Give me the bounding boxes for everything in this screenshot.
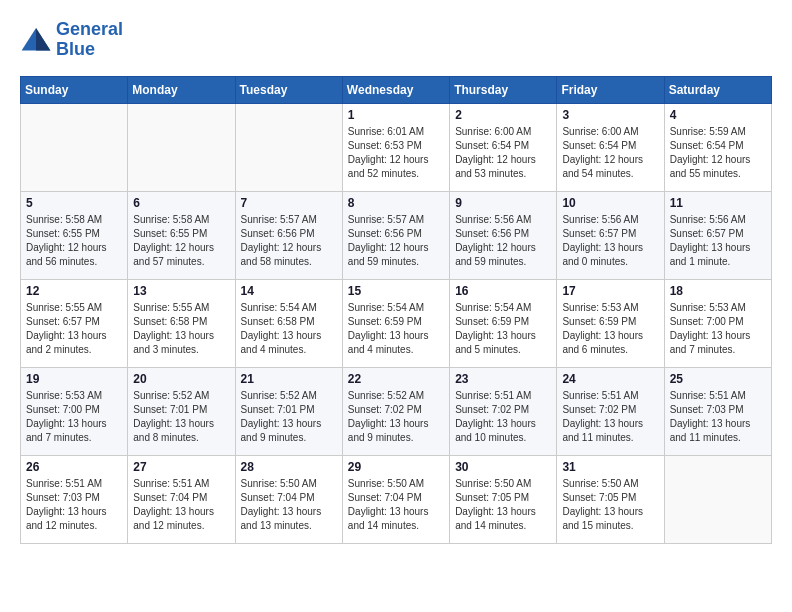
logo-text: General Blue (56, 20, 123, 60)
calendar-week-5: 26Sunrise: 5:51 AM Sunset: 7:03 PM Dayli… (21, 455, 772, 543)
cell-content: Sunrise: 5:51 AM Sunset: 7:03 PM Dayligh… (26, 477, 122, 533)
calendar-week-1: 1Sunrise: 6:01 AM Sunset: 6:53 PM Daylig… (21, 103, 772, 191)
calendar-week-4: 19Sunrise: 5:53 AM Sunset: 7:00 PM Dayli… (21, 367, 772, 455)
calendar-cell: 23Sunrise: 5:51 AM Sunset: 7:02 PM Dayli… (450, 367, 557, 455)
calendar-cell: 16Sunrise: 5:54 AM Sunset: 6:59 PM Dayli… (450, 279, 557, 367)
cell-content: Sunrise: 5:52 AM Sunset: 7:01 PM Dayligh… (133, 389, 229, 445)
day-number: 28 (241, 460, 337, 474)
calendar-cell: 13Sunrise: 5:55 AM Sunset: 6:58 PM Dayli… (128, 279, 235, 367)
calendar-table: SundayMondayTuesdayWednesdayThursdayFrid… (20, 76, 772, 544)
day-number: 14 (241, 284, 337, 298)
calendar-cell: 17Sunrise: 5:53 AM Sunset: 6:59 PM Dayli… (557, 279, 664, 367)
calendar-cell: 20Sunrise: 5:52 AM Sunset: 7:01 PM Dayli… (128, 367, 235, 455)
calendar-cell: 8Sunrise: 5:57 AM Sunset: 6:56 PM Daylig… (342, 191, 449, 279)
calendar-cell: 6Sunrise: 5:58 AM Sunset: 6:55 PM Daylig… (128, 191, 235, 279)
calendar-cell: 31Sunrise: 5:50 AM Sunset: 7:05 PM Dayli… (557, 455, 664, 543)
calendar-week-2: 5Sunrise: 5:58 AM Sunset: 6:55 PM Daylig… (21, 191, 772, 279)
cell-content: Sunrise: 5:57 AM Sunset: 6:56 PM Dayligh… (241, 213, 337, 269)
day-number: 29 (348, 460, 444, 474)
day-number: 8 (348, 196, 444, 210)
calendar-cell: 28Sunrise: 5:50 AM Sunset: 7:04 PM Dayli… (235, 455, 342, 543)
cell-content: Sunrise: 5:51 AM Sunset: 7:04 PM Dayligh… (133, 477, 229, 533)
day-number: 19 (26, 372, 122, 386)
cell-content: Sunrise: 5:56 AM Sunset: 6:57 PM Dayligh… (670, 213, 766, 269)
calendar-cell: 22Sunrise: 5:52 AM Sunset: 7:02 PM Dayli… (342, 367, 449, 455)
day-header-sunday: Sunday (21, 76, 128, 103)
day-number: 21 (241, 372, 337, 386)
calendar-cell: 18Sunrise: 5:53 AM Sunset: 7:00 PM Dayli… (664, 279, 771, 367)
logo-icon (20, 26, 52, 54)
day-number: 7 (241, 196, 337, 210)
page-header: General Blue (20, 20, 772, 60)
cell-content: Sunrise: 5:50 AM Sunset: 7:05 PM Dayligh… (455, 477, 551, 533)
day-number: 18 (670, 284, 766, 298)
cell-content: Sunrise: 5:59 AM Sunset: 6:54 PM Dayligh… (670, 125, 766, 181)
calendar-week-3: 12Sunrise: 5:55 AM Sunset: 6:57 PM Dayli… (21, 279, 772, 367)
cell-content: Sunrise: 5:52 AM Sunset: 7:02 PM Dayligh… (348, 389, 444, 445)
calendar-cell: 4Sunrise: 5:59 AM Sunset: 6:54 PM Daylig… (664, 103, 771, 191)
calendar-cell: 30Sunrise: 5:50 AM Sunset: 7:05 PM Dayli… (450, 455, 557, 543)
day-number: 26 (26, 460, 122, 474)
day-header-saturday: Saturday (664, 76, 771, 103)
cell-content: Sunrise: 5:51 AM Sunset: 7:03 PM Dayligh… (670, 389, 766, 445)
day-number: 20 (133, 372, 229, 386)
cell-content: Sunrise: 5:54 AM Sunset: 6:59 PM Dayligh… (455, 301, 551, 357)
day-header-thursday: Thursday (450, 76, 557, 103)
cell-content: Sunrise: 5:53 AM Sunset: 6:59 PM Dayligh… (562, 301, 658, 357)
svg-marker-1 (36, 28, 50, 50)
day-number: 30 (455, 460, 551, 474)
calendar-cell: 19Sunrise: 5:53 AM Sunset: 7:00 PM Dayli… (21, 367, 128, 455)
cell-content: Sunrise: 5:57 AM Sunset: 6:56 PM Dayligh… (348, 213, 444, 269)
cell-content: Sunrise: 5:50 AM Sunset: 7:04 PM Dayligh… (241, 477, 337, 533)
day-number: 27 (133, 460, 229, 474)
day-header-monday: Monday (128, 76, 235, 103)
day-number: 24 (562, 372, 658, 386)
calendar-cell: 26Sunrise: 5:51 AM Sunset: 7:03 PM Dayli… (21, 455, 128, 543)
calendar-cell: 27Sunrise: 5:51 AM Sunset: 7:04 PM Dayli… (128, 455, 235, 543)
day-header-tuesday: Tuesday (235, 76, 342, 103)
calendar-body: 1Sunrise: 6:01 AM Sunset: 6:53 PM Daylig… (21, 103, 772, 543)
day-number: 6 (133, 196, 229, 210)
cell-content: Sunrise: 5:50 AM Sunset: 7:04 PM Dayligh… (348, 477, 444, 533)
day-number: 11 (670, 196, 766, 210)
cell-content: Sunrise: 5:51 AM Sunset: 7:02 PM Dayligh… (455, 389, 551, 445)
day-number: 4 (670, 108, 766, 122)
calendar-cell: 24Sunrise: 5:51 AM Sunset: 7:02 PM Dayli… (557, 367, 664, 455)
day-number: 16 (455, 284, 551, 298)
calendar-cell: 14Sunrise: 5:54 AM Sunset: 6:58 PM Dayli… (235, 279, 342, 367)
cell-content: Sunrise: 5:54 AM Sunset: 6:58 PM Dayligh… (241, 301, 337, 357)
cell-content: Sunrise: 5:51 AM Sunset: 7:02 PM Dayligh… (562, 389, 658, 445)
cell-content: Sunrise: 5:58 AM Sunset: 6:55 PM Dayligh… (133, 213, 229, 269)
cell-content: Sunrise: 5:54 AM Sunset: 6:59 PM Dayligh… (348, 301, 444, 357)
cell-content: Sunrise: 6:01 AM Sunset: 6:53 PM Dayligh… (348, 125, 444, 181)
day-number: 12 (26, 284, 122, 298)
calendar-cell: 15Sunrise: 5:54 AM Sunset: 6:59 PM Dayli… (342, 279, 449, 367)
calendar-cell: 11Sunrise: 5:56 AM Sunset: 6:57 PM Dayli… (664, 191, 771, 279)
cell-content: Sunrise: 6:00 AM Sunset: 6:54 PM Dayligh… (562, 125, 658, 181)
day-number: 9 (455, 196, 551, 210)
cell-content: Sunrise: 5:55 AM Sunset: 6:57 PM Dayligh… (26, 301, 122, 357)
cell-content: Sunrise: 5:55 AM Sunset: 6:58 PM Dayligh… (133, 301, 229, 357)
day-number: 5 (26, 196, 122, 210)
calendar-cell: 12Sunrise: 5:55 AM Sunset: 6:57 PM Dayli… (21, 279, 128, 367)
cell-content: Sunrise: 5:50 AM Sunset: 7:05 PM Dayligh… (562, 477, 658, 533)
day-number: 2 (455, 108, 551, 122)
calendar-cell: 29Sunrise: 5:50 AM Sunset: 7:04 PM Dayli… (342, 455, 449, 543)
cell-content: Sunrise: 5:56 AM Sunset: 6:57 PM Dayligh… (562, 213, 658, 269)
day-header-friday: Friday (557, 76, 664, 103)
calendar-header-row: SundayMondayTuesdayWednesdayThursdayFrid… (21, 76, 772, 103)
cell-content: Sunrise: 5:56 AM Sunset: 6:56 PM Dayligh… (455, 213, 551, 269)
cell-content: Sunrise: 6:00 AM Sunset: 6:54 PM Dayligh… (455, 125, 551, 181)
day-number: 15 (348, 284, 444, 298)
calendar-cell (21, 103, 128, 191)
day-number: 31 (562, 460, 658, 474)
calendar-cell: 25Sunrise: 5:51 AM Sunset: 7:03 PM Dayli… (664, 367, 771, 455)
calendar-cell (664, 455, 771, 543)
calendar-cell (128, 103, 235, 191)
day-number: 22 (348, 372, 444, 386)
logo: General Blue (20, 20, 123, 60)
cell-content: Sunrise: 5:52 AM Sunset: 7:01 PM Dayligh… (241, 389, 337, 445)
calendar-cell: 3Sunrise: 6:00 AM Sunset: 6:54 PM Daylig… (557, 103, 664, 191)
calendar-cell: 5Sunrise: 5:58 AM Sunset: 6:55 PM Daylig… (21, 191, 128, 279)
calendar-cell: 21Sunrise: 5:52 AM Sunset: 7:01 PM Dayli… (235, 367, 342, 455)
